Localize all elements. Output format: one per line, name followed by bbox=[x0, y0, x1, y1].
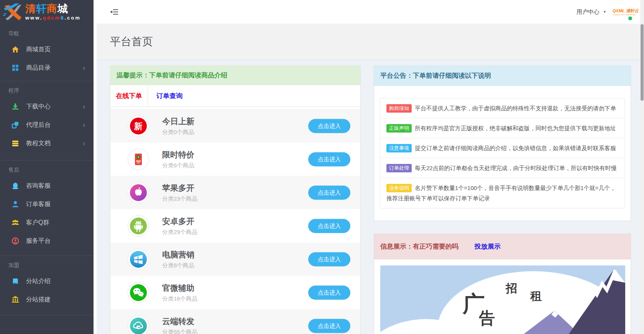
section-label: 导航 bbox=[0, 24, 94, 40]
sidebar-item-label: 下载中心 bbox=[26, 103, 51, 111]
home-icon bbox=[12, 46, 19, 53]
sidebar-item-order-service[interactable]: 订单客服 bbox=[0, 195, 94, 213]
enter-category-button[interactable]: 点击进入 bbox=[308, 319, 350, 333]
sidebar-item-label: 分站搭建 bbox=[26, 296, 51, 304]
brand-title: 清轩商城 bbox=[25, 3, 81, 14]
user-center-menu[interactable]: 用户中心 ▼ bbox=[577, 8, 606, 16]
right-column: 平台公告：下单前请仔细阅读以下说明 购前须知平台不提供人工教学，由于虚拟商品的特… bbox=[374, 65, 631, 334]
sidebar-item-tutorial-docs[interactable]: 教程文档 › bbox=[0, 134, 94, 152]
chevron-right-icon: › bbox=[83, 64, 85, 71]
enter-category-button[interactable]: 点击进入 bbox=[308, 185, 350, 200]
sidebar-item-label: 咨询客服 bbox=[26, 182, 51, 190]
sidebar-item-subsite-intro[interactable]: 分站介绍 bbox=[0, 272, 94, 290]
brand-url: www.qdcm8.com bbox=[25, 15, 81, 21]
notice-tag: 业务说明 bbox=[386, 184, 412, 192]
category-name: 今日上新 bbox=[162, 116, 194, 127]
sidebar: 清轩商城 www.qdcm8.com 导航 商城首页 商品目录 › 程序 bbox=[0, 0, 94, 334]
category-count: 分类0个商品 bbox=[162, 129, 194, 136]
sidebar-section-programs: 程序 下载中心 › 代理后台 › 教程文档 › bbox=[0, 81, 94, 160]
tab-online-order[interactable]: 在线下单 bbox=[110, 85, 148, 106]
brand-char: 城 bbox=[58, 3, 68, 15]
android-icon bbox=[128, 215, 149, 237]
docs-icon bbox=[12, 139, 19, 147]
brand-logo[interactable]: 清轩商城 www.qdcm8.com bbox=[0, 0, 94, 24]
sidebar-scrollbar[interactable] bbox=[94, 0, 97, 334]
wechat-icon bbox=[128, 282, 149, 303]
online-status-dot bbox=[628, 16, 632, 20]
announcement-header: 平台公告：下单前请仔细阅读以下说明 bbox=[374, 66, 631, 86]
sidebar-item-service-platform[interactable]: 服务平台 bbox=[0, 232, 94, 250]
category-row-pc-marketing[interactable]: 电脑营销 分类8个商品 点击进入 bbox=[110, 242, 360, 276]
chevron-right-icon: › bbox=[83, 140, 85, 147]
category-name: 苹果多开 bbox=[162, 183, 197, 193]
category-row-android-multi[interactable]: 安卓多开 分类29个商品 点击进入 bbox=[110, 209, 360, 242]
page-header: 平台首页 bbox=[97, 24, 644, 60]
section-label: 加盟 bbox=[0, 256, 94, 272]
ad-text-zhao: 招 bbox=[505, 282, 517, 295]
sidebar-item-label: 服务平台 bbox=[26, 237, 51, 245]
category-name: 电脑营销 bbox=[162, 249, 194, 260]
page-title: 平台首页 bbox=[110, 34, 644, 49]
sidebar-item-label: 分站介绍 bbox=[26, 277, 51, 285]
sidebar-item-label: 订单客服 bbox=[26, 200, 51, 208]
tab-order-query[interactable]: 订单查询 bbox=[148, 85, 191, 106]
announcement-item: 购前须知平台不提供人工教学，由于虚拟商品的特殊性不支持退款，无法接受的请勿下单 bbox=[380, 98, 624, 118]
sidebar-item-download-center[interactable]: 下载中心 › bbox=[0, 97, 94, 116]
sidebar-item-label: 商品目录 bbox=[26, 64, 51, 72]
grid-icon bbox=[12, 64, 19, 72]
enter-category-button[interactable]: 点击进入 bbox=[308, 252, 350, 266]
enter-category-button[interactable]: 点击进入 bbox=[308, 285, 350, 300]
content: 温馨提示：下单前请仔细阅读商品介绍 在线下单 订单查询 新 今日上新 分类0个商… bbox=[97, 60, 644, 334]
category-row-cloud-forward[interactable]: 云端转发 分类55个商品 点击进入 bbox=[110, 309, 360, 334]
sale-poster-icon bbox=[128, 149, 149, 170]
announcement-item: 注意事项提交订单之前请仔细阅读商品的介绍，以免填错信息，如果填错请及时联系客服 bbox=[380, 138, 624, 158]
notice-tag: 订单处理 bbox=[386, 164, 412, 172]
category-row-new-arrival[interactable]: 新 今日上新 分类0个商品 点击进入 bbox=[110, 109, 360, 142]
category-count: 分类16个商品 bbox=[162, 295, 197, 303]
enter-category-button[interactable]: 点击进入 bbox=[308, 152, 350, 166]
sidebar-section-join: 加盟 分站介绍 分站搭建 bbox=[0, 256, 94, 315]
new-arrival-icon: 新 bbox=[128, 115, 149, 137]
notice-text: 提交订单之前请仔细阅读商品的介绍，以免填错信息，如果填错请及时联系客服 bbox=[415, 145, 616, 151]
sidebar-item-label: 代理后台 bbox=[26, 121, 51, 129]
ad-placement-link[interactable]: 投放展示 bbox=[475, 242, 501, 251]
category-count: 分类29个商品 bbox=[162, 229, 197, 236]
category-row-limited-sale[interactable]: 限时特价 分类6个商品 点击进入 bbox=[110, 142, 360, 176]
main-area: 用户中心 ▼ QXML 清轩云 专业快速公平竞争下载远程的程序 平台首页 温馨提… bbox=[97, 0, 644, 334]
group-icon bbox=[12, 219, 19, 226]
sidebar-section-aftersale: 售后 咨询客服 订单客服 客户Q群 服务平台 bbox=[0, 160, 94, 256]
category-count: 分类8个商品 bbox=[162, 262, 194, 269]
sidebar-item-agent-backend[interactable]: 代理后台 › bbox=[0, 116, 94, 134]
ad-banner-image[interactable]: 广 告 招 租 bbox=[380, 265, 625, 334]
category-list: 新 今日上新 分类0个商品 点击进入 限时特价 bbox=[110, 107, 360, 334]
sidebar-item-label: 客户Q群 bbox=[26, 219, 49, 227]
sidebar-item-customer-qq-group[interactable]: 客户Q群 bbox=[0, 213, 94, 232]
enter-category-button[interactable]: 点击进入 bbox=[308, 119, 350, 133]
page-scrollbar[interactable] bbox=[640, 0, 644, 334]
sidebar-item-consult-service[interactable]: 咨询客服 bbox=[0, 177, 94, 195]
collapse-sidebar-icon[interactable] bbox=[110, 9, 118, 15]
scrollbar-thumb[interactable] bbox=[641, 24, 644, 101]
announcement-item: 正版声明所有程序均是官方正版授权，绝非破解和盗版，同时也为您提供下载与更新地址 bbox=[380, 118, 624, 138]
brand-mark-icon bbox=[2, 2, 25, 23]
sidebar-item-shop-home[interactable]: 商城首页 bbox=[0, 40, 94, 59]
service-icon bbox=[12, 237, 19, 245]
section-label: 程序 bbox=[0, 81, 94, 97]
brand-char: 清 bbox=[25, 3, 36, 15]
enter-category-button[interactable]: 点击进入 bbox=[308, 219, 350, 233]
category-row-wechat-assist[interactable]: 官微辅助 分类16个商品 点击进入 bbox=[110, 276, 360, 309]
notice-text: 平台不提供人工教学，由于虚拟商品的特殊性不支持退款，无法接受的请勿下单 bbox=[415, 105, 616, 111]
notice-text: 所有程序均是官方正版授权，绝非破解和盗版，同时也为您提供下载与更新地址 bbox=[415, 125, 616, 131]
download-icon bbox=[12, 103, 19, 110]
agency-icon bbox=[12, 121, 19, 129]
info-display-panel: 信息展示：有正巧需要的吗 投放展示 bbox=[374, 234, 631, 334]
sidebar-item-product-catalog[interactable]: 商品目录 › bbox=[0, 59, 94, 77]
app-root: 清轩商城 www.qdcm8.com 导航 商城首页 商品目录 › 程序 bbox=[0, 0, 644, 334]
category-name: 限时特价 bbox=[162, 149, 194, 160]
category-row-apple-multi[interactable]: 苹果多开 分类23个商品 点击进入 bbox=[110, 176, 360, 209]
notice-tag: 正版声明 bbox=[386, 124, 412, 133]
site-mini-logo[interactable]: QXML 清轩云 专业快速公平竞争下载远程的程序 bbox=[613, 8, 636, 16]
sidebar-item-subsite-build[interactable]: 分站搭建 bbox=[0, 290, 94, 309]
notice-text: 名片赞下单数量1个=100个，音音手手有说明数量最少下单几个那1个就=几个，推荐… bbox=[386, 185, 616, 201]
tips-panel-header: 温馨提示：下单前请仔细阅读商品介绍 bbox=[110, 66, 360, 85]
